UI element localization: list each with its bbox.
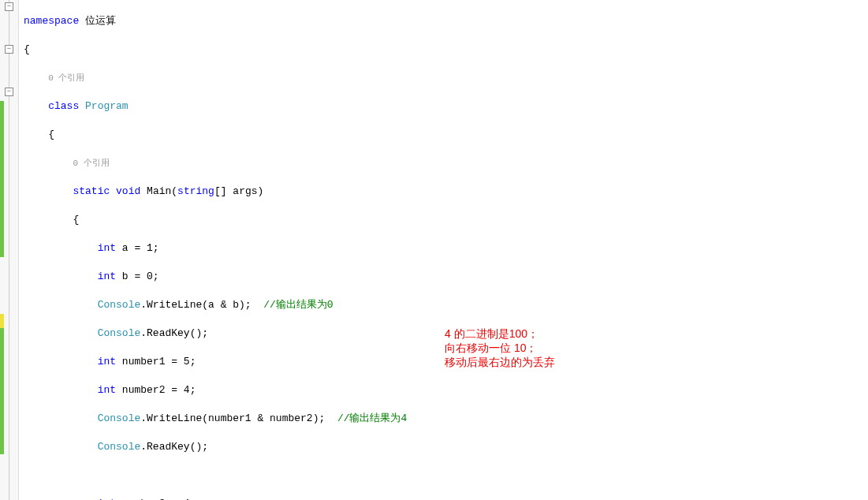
var-decl: b = 0; [116, 271, 159, 282]
keyword-int: int [98, 242, 116, 254]
references-hint[interactable]: 0 个引用 [48, 73, 84, 83]
var-decl: a = 1; [116, 242, 159, 254]
keyword-void: void [116, 185, 140, 197]
annotation-line2: 向右移动一位 10； [445, 341, 537, 355]
paren: ( [171, 185, 177, 197]
code-editor[interactable]: namespace 位运算 { 0 个引用 class Program { 0 … [19, 0, 868, 500]
keyword-int: int [98, 356, 116, 368]
method-call: .ReadKey(); [140, 327, 208, 339]
annotation-line3: 移动后最右边的为丢弃 [445, 355, 555, 369]
args: [] args) [214, 185, 263, 197]
editor-gutter: − − − [0, 0, 19, 500]
var-decl: number2 = 4; [116, 384, 196, 396]
keyword-string: string [177, 185, 214, 197]
comment: //输出结果为0 [263, 299, 333, 311]
comment: //输出结果为4 [337, 412, 407, 424]
type-console: Console [98, 327, 141, 339]
keyword-int: int [98, 271, 116, 282]
keyword-class: class [48, 100, 79, 112]
brace: { [48, 129, 54, 140]
references-hint[interactable]: 0 个引用 [73, 159, 109, 168]
keyword-int: int [98, 384, 116, 396]
method-call: .ReadKey(); [140, 441, 208, 453]
var-decl: number1 = 5; [116, 356, 196, 368]
method-name: Main [147, 185, 171, 197]
brace: { [24, 43, 30, 55]
change-marker-green-2 [0, 328, 4, 454]
keyword-static: static [73, 185, 110, 197]
annotation-line1: 4 的二进制是100； [445, 326, 538, 341]
fold-method-icon[interactable]: − [5, 88, 13, 96]
namespace-name: 位运算 [85, 15, 116, 27]
change-marker-green [0, 101, 4, 257]
method-call: .WriteLine(number1 & number2); [140, 412, 337, 424]
method-call: .WriteLine(a & b); [140, 299, 263, 311]
change-marker-yellow [0, 314, 4, 328]
type-console: Console [98, 441, 141, 453]
type-console: Console [98, 299, 141, 311]
type-console: Console [98, 412, 141, 424]
brace: { [73, 214, 79, 226]
fold-namespace-icon[interactable]: − [5, 2, 13, 11]
fold-class-icon[interactable]: − [5, 45, 13, 54]
class-name: Program [85, 100, 129, 112]
keyword-namespace: namespace [24, 15, 79, 27]
